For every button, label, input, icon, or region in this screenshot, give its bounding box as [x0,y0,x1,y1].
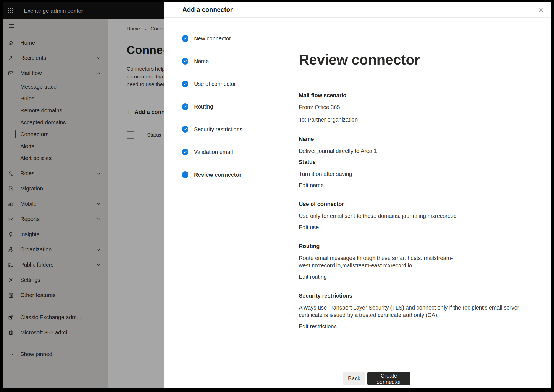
review-heading: Review connector [299,51,551,68]
step-routing[interactable]: Routing [164,103,279,110]
step-current-dot-icon [182,171,188,178]
step-name[interactable]: Name [164,58,279,65]
status-value: Turn it on after saving [299,170,523,178]
step-complete-check-icon [182,35,188,42]
section-routing: Routing Route email messages through the… [299,243,523,280]
edit-restrictions-link[interactable]: Edit restrictions [299,323,337,330]
section-security-restrictions: Security restrictions Always use Transpo… [299,292,523,330]
security-restrictions-value: Always use Transport Layer Security (TLS… [299,304,523,319]
wizard-stepper: New connector Name Use of connector Rout… [164,18,279,366]
step-complete-check-icon [182,58,188,65]
add-connector-modal: Add a connector New connector Name [164,2,551,388]
step-review-connector[interactable]: Review connector [164,171,279,178]
back-button[interactable]: Back [343,372,365,385]
step-complete-check-icon [182,81,188,87]
step-complete-check-icon [182,149,188,155]
section-use-of-connector: Use of connector Use only for email sent… [299,201,523,231]
review-connector-panel: Review connector Mail flow scenario From… [279,18,551,366]
routing-value: Route email messages through these smart… [299,254,523,269]
step-validation-email[interactable]: Validation email [164,149,279,155]
section-status: Status Turn it on after saving Edit name [299,159,523,189]
mail-flow-to: To: Partner organization [299,116,523,123]
mail-flow-from: From: Office 365 [299,104,523,111]
step-complete-check-icon [182,103,188,110]
create-connector-button[interactable]: Create connector [367,372,410,385]
close-icon[interactable] [537,6,545,14]
app-frame: Exchange admin center Home Recipients Ma… [3,2,551,388]
section-name: Name Deliver journal directly to Area 1 [299,136,523,155]
use-of-connector-value: Use only for email sent to these domains… [299,212,523,220]
connector-name-value: Deliver journal directly to Area 1 [299,147,523,155]
modal-footer: Back Create connector [164,366,551,388]
edit-routing-link[interactable]: Edit routing [299,274,327,280]
step-security-restrictions[interactable]: Security restrictions [164,126,279,133]
step-complete-check-icon [182,126,188,133]
modal-title: Add a connector [182,6,233,14]
step-new-connector[interactable]: New connector [164,35,279,42]
step-use-of-connector[interactable]: Use of connector [164,81,279,87]
edit-use-link[interactable]: Edit use [299,224,319,231]
modal-header: Add a connector [164,2,551,18]
edit-name-link[interactable]: Edit name [299,182,324,189]
section-mail-flow-scenario: Mail flow scenario From: Office 365 To: … [299,92,523,123]
